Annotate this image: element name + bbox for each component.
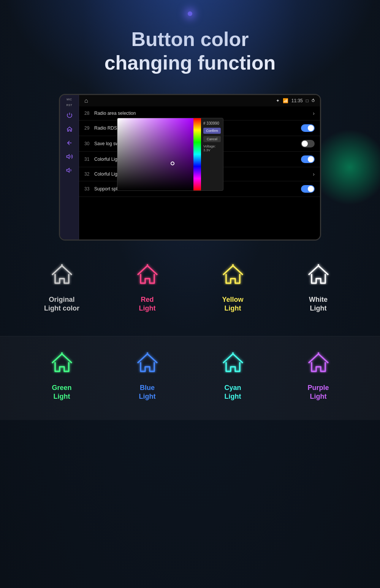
back-icon[interactable] bbox=[63, 137, 76, 149]
light-label-green: GreenLight bbox=[52, 384, 71, 401]
glow-right bbox=[312, 129, 380, 205]
home-button[interactable]: ⌂ bbox=[84, 97, 88, 104]
light-section-2: GreenLight BlueLight bbox=[0, 336, 380, 420]
light-item-white[interactable]: WhiteLight bbox=[303, 260, 334, 313]
color-dot[interactable] bbox=[171, 162, 174, 165]
item-num-28: 28 bbox=[84, 111, 91, 116]
color-picker-popup[interactable]: # 330990 Confirm Cancel Voltage: 3.3V bbox=[117, 118, 223, 191]
color-spectrum[interactable] bbox=[193, 118, 201, 190]
light-item-original[interactable]: OriginalLight color bbox=[44, 260, 79, 313]
item-num-29: 29 bbox=[84, 125, 91, 131]
light-label-white: WhiteLight bbox=[309, 295, 328, 313]
toggle-31[interactable] bbox=[301, 155, 315, 163]
bluetooth-icon: ✦ bbox=[276, 98, 280, 103]
light-item-blue[interactable]: BlueLight bbox=[132, 348, 163, 401]
light-section-1: OriginalLight color RedLight bbox=[0, 248, 380, 325]
light-label-cyan: CyanLight bbox=[224, 384, 241, 401]
light-item-purple[interactable]: PurpleLight bbox=[303, 348, 334, 401]
page-title: Button color changing function bbox=[0, 27, 380, 75]
light-item-yellow[interactable]: YellowLight bbox=[218, 260, 248, 313]
cancel-button[interactable]: Cancel bbox=[203, 136, 221, 142]
mic-label: MIC bbox=[66, 98, 72, 101]
light-item-green[interactable]: GreenLight bbox=[47, 348, 77, 401]
device-sidebar: MIC RST bbox=[60, 95, 79, 239]
item-num-31: 31 bbox=[84, 157, 91, 162]
light-icon-green bbox=[47, 348, 77, 378]
color-controls: # 330990 Confirm Cancel Voltage: 3.3V bbox=[201, 118, 223, 190]
clock: 11:35 bbox=[291, 98, 303, 103]
window-icon: □ bbox=[306, 98, 309, 103]
light-icon-yellow bbox=[218, 260, 248, 290]
color-gradient[interactable] bbox=[117, 118, 193, 190]
light-item-red[interactable]: RedLight bbox=[132, 260, 163, 313]
toggle-30[interactable] bbox=[301, 140, 315, 147]
light-label-yellow: YellowLight bbox=[222, 295, 243, 313]
light-icon-purple bbox=[303, 348, 334, 378]
light-icon-red bbox=[132, 260, 163, 290]
toggle-29[interactable] bbox=[301, 124, 315, 132]
volume-up-icon[interactable] bbox=[63, 151, 76, 163]
light-icon-white bbox=[303, 260, 334, 290]
confirm-button[interactable]: Confirm bbox=[203, 128, 221, 134]
light-icon-blue bbox=[132, 348, 163, 378]
arrow-icon-32: › bbox=[313, 171, 315, 177]
light-label-original: OriginalLight color bbox=[44, 295, 79, 313]
home-icon[interactable] bbox=[63, 123, 76, 135]
light-label-purple: PurpleLight bbox=[307, 384, 329, 401]
light-icon-cyan bbox=[218, 348, 248, 378]
item-num-30: 30 bbox=[84, 141, 91, 146]
top-dot bbox=[188, 11, 192, 16]
main-screen: ⌂ ✦ 📶 11:35 □ ⥀ 28 Radio area selection bbox=[79, 95, 320, 239]
light-grid-1: OriginalLight color RedLight bbox=[23, 260, 357, 313]
light-label-blue: BlueLight bbox=[139, 384, 156, 401]
status-bar: ⌂ ✦ 📶 11:35 □ ⥀ bbox=[79, 95, 320, 106]
toggle-33[interactable] bbox=[301, 185, 315, 193]
hex-value: # 330990 bbox=[203, 121, 221, 125]
device-frame: MIC RST bbox=[59, 94, 321, 241]
rst-label: RST bbox=[66, 104, 73, 106]
device-section: MIC RST bbox=[0, 94, 380, 241]
light-item-cyan[interactable]: CyanLight bbox=[218, 348, 248, 401]
item-num-33: 33 bbox=[84, 186, 91, 192]
power-icon[interactable] bbox=[63, 109, 76, 122]
light-grid-2: GreenLight BlueLight bbox=[23, 348, 357, 401]
voltage-label: Voltage: 3.3V bbox=[203, 144, 221, 152]
item-num-32: 32 bbox=[84, 171, 91, 177]
light-icon-original bbox=[47, 260, 77, 290]
back-nav-icon[interactable]: ⥀ bbox=[312, 98, 315, 103]
volume-down-icon[interactable] bbox=[63, 164, 76, 176]
wifi-icon: 📶 bbox=[283, 98, 288, 103]
light-label-red: RedLight bbox=[139, 295, 156, 313]
menu-list: 28 Radio area selection › 29 Radio RDS s… bbox=[79, 106, 320, 197]
arrow-icon-28: › bbox=[313, 110, 315, 116]
item-label-28: Radio area selection bbox=[94, 111, 313, 116]
